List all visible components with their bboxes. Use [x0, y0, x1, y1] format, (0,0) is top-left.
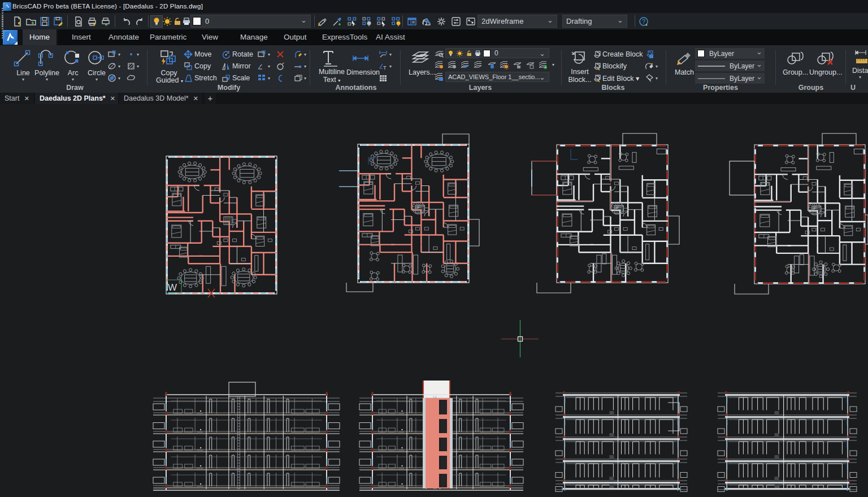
svg-text:W: W: [168, 282, 177, 293]
svg-text:?: ?: [642, 18, 645, 25]
